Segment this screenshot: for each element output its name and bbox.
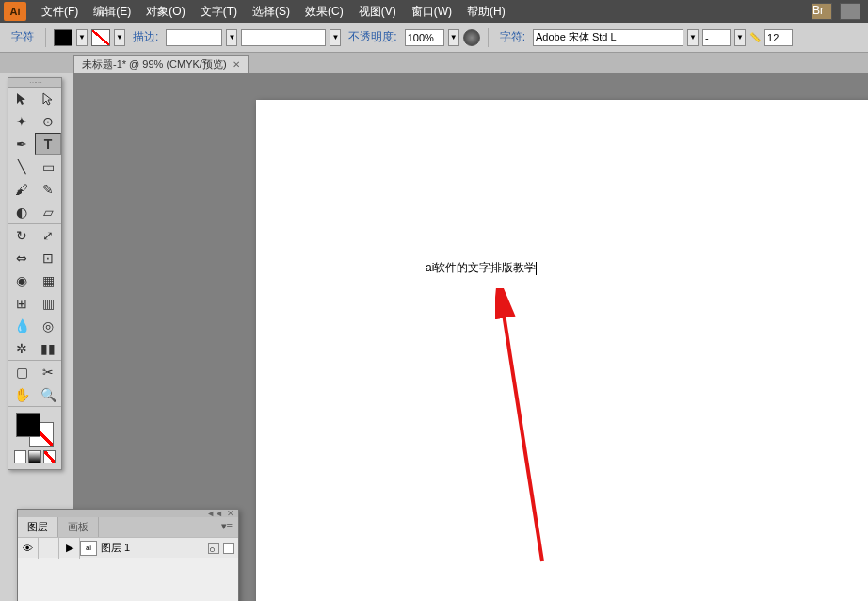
lasso-tool[interactable]: ⊙ (35, 110, 61, 133)
menu-file[interactable]: 文件(F) (34, 4, 86, 20)
free-transform-tool[interactable]: ⊡ (35, 247, 61, 269)
text-object[interactable]: ai软件的文字排版教学 (426, 260, 537, 276)
annotation-arrow (495, 288, 571, 571)
layer-row[interactable]: 👁 ▶ ai 图层 1 ○ (18, 537, 238, 558)
width-tool[interactable]: ⇔ (8, 247, 35, 269)
perspective-grid-tool[interactable]: ▦ (35, 269, 61, 292)
font-style[interactable]: - (702, 29, 731, 46)
layer-target[interactable]: ○ (208, 543, 219, 554)
menu-view[interactable]: 视图(V) (351, 4, 404, 20)
menu-select[interactable]: 选择(S) (245, 4, 297, 20)
menu-help[interactable]: 帮助(H) (459, 4, 513, 20)
document-tab-title: 未标题-1* @ 99% (CMYK/预览) (82, 57, 227, 72)
character-label[interactable]: 字符: (496, 29, 529, 45)
eyedropper-tool[interactable]: 💧 (8, 315, 35, 337)
opacity-dd[interactable]: ▼ (448, 29, 459, 46)
artboard[interactable]: ai软件的文字排版教学 (256, 100, 868, 601)
layer-select-indicator[interactable] (223, 543, 234, 554)
visibility-toggle[interactable]: 👁 (18, 538, 39, 559)
magic-wand-tool[interactable]: ✦ (8, 110, 35, 133)
stroke-dropdown[interactable]: ▼ (114, 29, 125, 46)
color-mode-none[interactable] (43, 450, 56, 463)
menu-window[interactable]: 窗口(W) (404, 4, 459, 20)
layer-name[interactable]: 图层 1 (97, 541, 208, 555)
hand-tool[interactable]: ✋ (8, 383, 35, 406)
control-bar: 字符 ▼ ▼ 描边: ▼ ▼ 不透明度: 100% ▼ 字符: Adobe 宋体… (0, 23, 868, 53)
close-icon[interactable]: ✕ (233, 59, 240, 70)
stroke-weight[interactable] (166, 29, 222, 46)
menubar: Ai 文件(F) 编辑(E) 对象(O) 文字(T) 选择(S) 效果(C) 视… (0, 0, 868, 23)
menu-edit[interactable]: 编辑(E) (86, 4, 138, 20)
character-panel-link[interactable]: 字符 (8, 29, 38, 45)
brush-dd[interactable]: ▼ (330, 29, 341, 46)
color-mode-gradient[interactable] (28, 450, 40, 463)
app-logo: Ai (4, 2, 26, 21)
layer-thumbnail: ai (80, 541, 97, 556)
fill-swatch[interactable] (54, 29, 72, 46)
color-controls (8, 407, 61, 469)
blend-tool[interactable]: ◎ (35, 315, 61, 337)
tab-layers[interactable]: 图层 (18, 517, 58, 537)
opacity-value[interactable]: 100% (405, 29, 444, 46)
tab-artboards[interactable]: 画板 (58, 517, 99, 537)
recolor-button[interactable] (463, 29, 480, 46)
layers-panel: ◄◄✕ 图层 画板 ▾≡ 👁 ▶ ai 图层 1 ○ 1 个图层 ⌖ ◫ ⊞ ▫… (17, 509, 239, 601)
artboard-tool[interactable]: ▢ (8, 361, 35, 383)
shape-builder-tool[interactable]: ◉ (8, 269, 35, 292)
document-tab[interactable]: 未标题-1* @ 99% (CMYK/预览) ✕ (73, 55, 249, 73)
menu-object[interactable]: 对象(O) (138, 4, 192, 20)
symbol-sprayer-tool[interactable]: ✲ (8, 337, 35, 360)
expand-toggle[interactable]: ▶ (59, 538, 80, 559)
bridge-button[interactable]: Br (812, 3, 832, 20)
gradient-tool[interactable]: ▥ (35, 292, 61, 315)
direct-selection-tool[interactable] (35, 88, 61, 110)
panel-menu-icon[interactable]: ▾≡ (216, 517, 238, 537)
zoom-tool[interactable]: 🔍 (35, 383, 61, 406)
scale-tool[interactable]: ⤢ (35, 224, 61, 247)
pen-tool[interactable]: ✒ (8, 133, 35, 155)
color-mode-solid[interactable] (14, 450, 26, 463)
paintbrush-tool[interactable]: 🖌 (8, 178, 35, 201)
text-cursor (536, 262, 537, 275)
menu-type[interactable]: 文字(T) (193, 4, 245, 20)
fill-dropdown[interactable]: ▼ (76, 29, 88, 46)
column-graph-tool[interactable]: ▮▮ (35, 337, 61, 360)
stroke-swatch[interactable] (91, 29, 110, 46)
lock-toggle[interactable] (39, 538, 59, 559)
rotate-tool[interactable]: ↻ (8, 224, 35, 247)
stroke-weight-dd[interactable]: ▼ (226, 29, 237, 46)
font-dd[interactable]: ▼ (687, 29, 699, 46)
blob-brush-tool[interactable]: ◐ (8, 201, 35, 223)
fill-color[interactable] (16, 413, 40, 437)
selection-tool[interactable] (8, 88, 35, 110)
brush-select[interactable] (241, 29, 326, 46)
rectangle-tool[interactable]: ▭ (35, 155, 61, 178)
font-size[interactable]: 12 (764, 29, 793, 46)
text-content: ai软件的文字排版教学 (426, 261, 536, 274)
document-tab-bar: 未标题-1* @ 99% (CMYK/预览) ✕ (0, 53, 868, 73)
line-tool[interactable]: ╲ (8, 155, 35, 178)
font-style-dd[interactable]: ▼ (734, 29, 746, 46)
type-tool[interactable]: T (35, 133, 61, 155)
panel-grip[interactable] (8, 78, 61, 88)
pencil-tool[interactable]: ✎ (35, 178, 61, 201)
slice-tool[interactable]: ✂ (35, 361, 61, 383)
stroke-label[interactable]: 描边: (129, 29, 162, 45)
svg-line-1 (501, 296, 542, 561)
mesh-tool[interactable]: ⊞ (8, 292, 35, 315)
tool-panel: ✦ ⊙ ✒ T ╲ ▭ 🖌 ✎ ◐ ▱ ↻ ⤢ ⇔ ⊡ ◉ ▦ ⊞ ▥ 💧 ◎ … (8, 77, 62, 470)
opacity-label[interactable]: 不透明度: (345, 29, 400, 45)
menu-effect[interactable]: 效果(C) (297, 4, 351, 20)
panel-collapse-bar[interactable]: ◄◄✕ (18, 510, 238, 517)
font-family[interactable]: Adobe 宋体 Std L (533, 29, 683, 46)
workspace-switcher[interactable] (840, 3, 860, 20)
eraser-tool[interactable]: ▱ (35, 201, 61, 223)
layers-empty-area (18, 558, 238, 601)
